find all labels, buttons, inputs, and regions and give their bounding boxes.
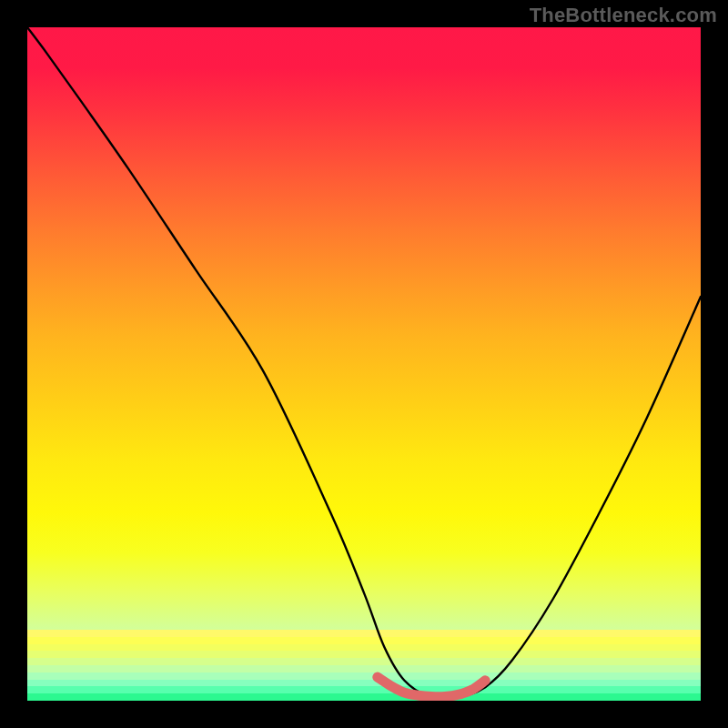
optimal-zone-marker bbox=[378, 677, 485, 697]
chart-frame: TheBottleneck.com bbox=[0, 0, 728, 728]
watermark-text: TheBottleneck.com bbox=[530, 4, 717, 27]
curve-layer bbox=[27, 27, 701, 701]
bottleneck-curve bbox=[27, 27, 701, 699]
plot-area bbox=[27, 27, 701, 701]
